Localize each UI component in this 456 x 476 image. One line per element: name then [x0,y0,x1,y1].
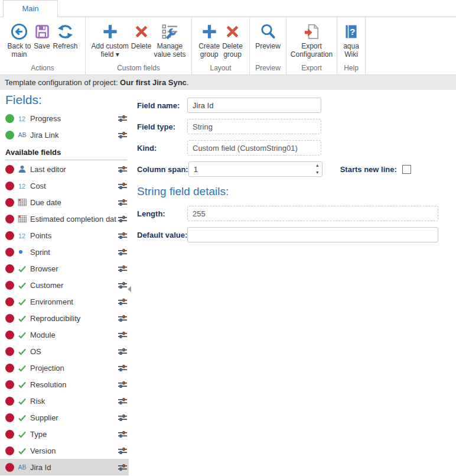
field-settings-icon[interactable] [118,265,128,273]
group-label-help: Help [337,64,365,75]
text-icon: AB [18,463,30,471]
field-settings-icon[interactable] [118,232,128,239]
template-config-bar: Template configuration of project: Our f… [0,75,456,90]
field-settings-icon[interactable] [118,315,128,322]
status-circle-red [5,380,14,389]
field-row-os[interactable]: OS [5,343,129,360]
splitter-collapse-arrow[interactable] [128,286,131,292]
field-row-customer[interactable]: Customer [5,277,129,293]
group-label-export: Export [286,64,337,75]
column-span-input[interactable] [188,161,323,177]
create-group-button[interactable]: Create group [197,20,221,64]
field-row-environment[interactable]: Environment [5,293,129,310]
preview-button[interactable]: Preview [254,20,282,64]
x-icon [224,21,241,42]
field-row-module[interactable]: Module [5,326,129,343]
field-name-input[interactable] [187,98,321,113]
field-settings-icon[interactable] [118,364,128,372]
field-label: Progress [30,114,118,123]
check-icon [18,315,30,322]
group-label-actions: Actions [0,64,85,75]
field-row-supplier[interactable]: Supplier [5,409,129,426]
status-circle-red [5,297,14,306]
field-row-browser[interactable]: Browser [5,260,129,277]
spin-up-button[interactable]: ▲ [315,163,320,168]
field-settings-icon[interactable] [118,430,128,438]
field-row-jira-link[interactable]: ABJira Link [5,127,129,143]
save-button[interactable]: Save [32,20,52,64]
date-icon [18,198,30,206]
status-circle-red [5,446,14,455]
sprint-icon [18,248,30,255]
add-custom-field-button[interactable]: Add custom field ▾ [90,20,129,64]
field-row-cost[interactable]: 12Cost [5,177,129,194]
field-row-reproducibility[interactable]: Reproducibility [5,310,129,326]
ribbon-group-export: Export Configuration Export [286,17,337,75]
plus-icon [101,21,119,42]
field-settings-icon[interactable] [118,447,128,455]
available-fields-header: Available fields [5,143,127,160]
field-type-input [187,119,321,134]
field-row-version[interactable]: Version [5,442,129,459]
field-settings-icon[interactable] [118,248,128,256]
check-icon [18,414,30,422]
manage-value-sets-button[interactable]: Manage value sets [153,20,187,64]
field-settings-icon[interactable] [118,348,128,355]
field-row-last-editor[interactable]: Last editor [5,161,129,177]
help-book-icon: ? [343,21,360,42]
field-settings-icon[interactable] [118,414,128,422]
field-row-estimated-completion-dat[interactable]: Estimated completion dat [5,211,129,227]
field-row-risk[interactable]: Risk [5,393,129,409]
status-circle-green [5,114,14,123]
field-row-sprint[interactable]: Sprint [5,244,129,260]
ribbon-group-actions: Back to main Save Refresh Actions [0,17,86,75]
field-row-due-date[interactable]: Due date [5,194,129,211]
field-row-resolution[interactable]: Resolution [5,376,129,393]
field-row-progress[interactable]: 12Progress [5,110,129,127]
spin-down-button[interactable]: ▼ [315,170,320,175]
tab-main[interactable]: Main [3,0,58,17]
export-document-icon [302,21,321,42]
export-configuration-button[interactable]: Export Configuration [289,20,334,64]
field-label: Environment [30,297,118,306]
field-settings-icon[interactable] [118,199,128,206]
save-label: Save [34,42,50,50]
info-prefix: Template configuration of project: [5,78,120,87]
field-settings-icon[interactable] [118,166,128,173]
field-row-type[interactable]: Type [5,426,129,442]
starts-new-line-checkbox[interactable] [402,165,411,174]
field-row-projection[interactable]: Projection [5,360,129,376]
back-to-main-button[interactable]: Back to main [6,20,32,64]
field-settings-icon[interactable] [118,131,128,139]
field-settings-icon[interactable] [118,281,128,289]
field-settings-icon[interactable] [118,397,128,405]
number-icon: 12 [18,182,30,190]
kind-label: Kind: [137,144,187,153]
field-settings-icon[interactable] [118,464,128,471]
svg-text:AB: AB [18,464,27,471]
field-settings-icon[interactable] [118,331,128,339]
ribbon-tab-bar: Main [0,0,456,17]
default-value-input[interactable] [187,227,438,242]
aqua-wiki-button[interactable]: ? aqua Wiki [341,20,361,64]
ribbon-group-custom-fields: Add custom field ▾ Delete Manage value s… [86,17,192,75]
add-custom-field-label: Add custom field ▾ [91,42,128,59]
default-value-label: Default value: [137,231,187,239]
export-configuration-label: Export Configuration [291,42,333,59]
refresh-icon [56,21,74,42]
field-settings-icon[interactable] [118,381,128,388]
check-icon [18,348,30,355]
delete-group-button[interactable]: Delete group [221,20,244,64]
starts-new-line-label: Starts new line: [340,165,397,174]
field-settings-icon[interactable] [118,298,128,306]
field-settings-icon[interactable] [118,215,128,223]
field-row-jira-id[interactable]: ABJira Id [0,459,129,475]
delete-field-button[interactable]: Delete [130,20,153,64]
field-settings-icon[interactable] [118,182,128,190]
check-icon [18,397,30,405]
refresh-button[interactable]: Refresh [52,20,79,64]
field-row-points[interactable]: 12Points [5,227,129,244]
field-settings-icon[interactable] [118,115,128,122]
string-field-details-title: String field details: [137,185,456,198]
status-circle-red [5,248,14,257]
